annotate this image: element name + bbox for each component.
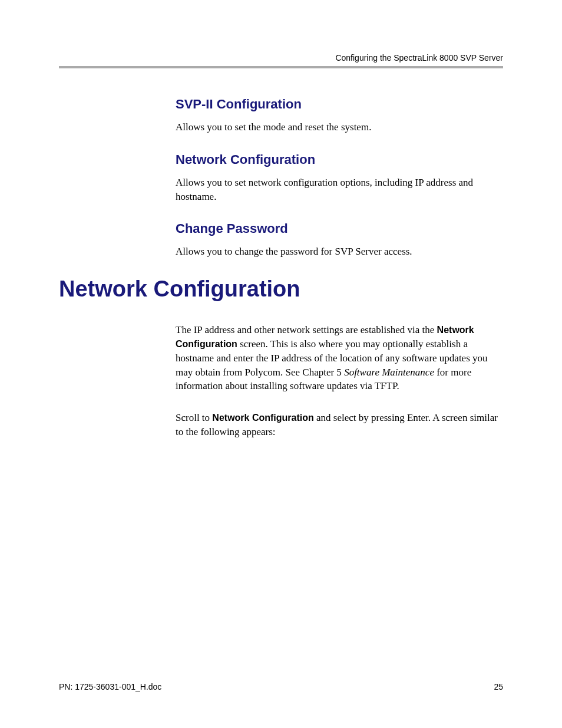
main-heading: Network Configuration	[59, 276, 503, 302]
password-body: Allows you to change the password for SV…	[176, 245, 503, 259]
header-rule	[59, 66, 503, 68]
page-header-title: Configuring the SpectraLink 8000 SVP Ser…	[59, 53, 503, 62]
svp-subheading: SVP-II Configuration	[176, 97, 503, 112]
para2-part1: Scroll to	[176, 412, 212, 423]
para2-bold1: Network Configuration	[212, 413, 313, 423]
para1-part1: The IP address and other network setting…	[176, 324, 437, 335]
footer-left: PN: 1725-36031-001_H.doc	[59, 682, 161, 691]
network-body: Allows you to set network configuration …	[176, 176, 503, 204]
footer-page-number: 25	[494, 682, 503, 691]
main-paragraph-2: Scroll to Network Configuration and sele…	[176, 411, 503, 439]
para1-italic1: Software Maintenance	[344, 367, 434, 378]
page-footer: PN: 1725-36031-001_H.doc 25	[59, 682, 503, 691]
password-subheading: Change Password	[176, 221, 503, 236]
main-paragraph-1: The IP address and other network setting…	[176, 323, 503, 393]
network-subheading: Network Configuration	[176, 152, 503, 167]
svp-body: Allows you to set the mode and reset the…	[176, 120, 503, 134]
